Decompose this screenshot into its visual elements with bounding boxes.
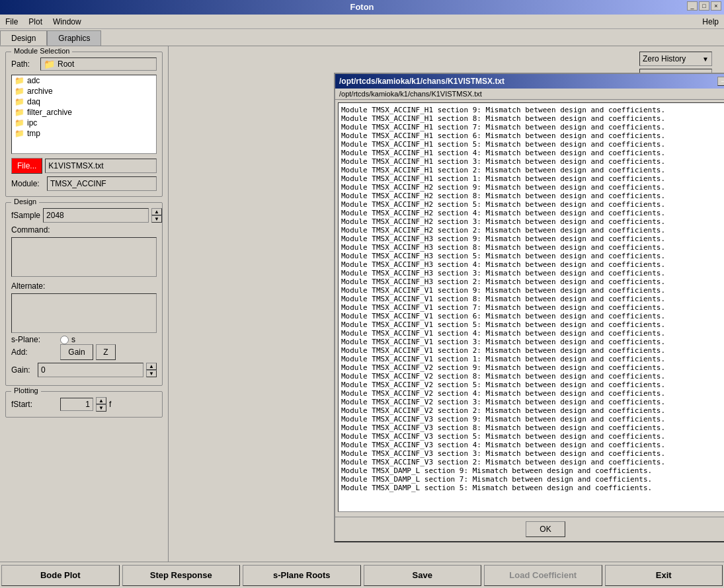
dialog-minimize[interactable]: − <box>717 77 724 86</box>
plotting-title: Plotting <box>11 386 41 394</box>
file-content-dialog: /opt/rtcds/kamioka/k1/chans/K1VISTMSX.tx… <box>334 73 724 542</box>
folder-icon-archive: 📁 <box>15 87 24 96</box>
fsample-label: fSample <box>11 211 40 220</box>
ok-button[interactable]: OK <box>526 521 565 537</box>
path-row: Path: 📁 Root <box>11 57 157 71</box>
design-group: Design fSample ▲ ▼ Command: Alternate: s… <box>5 202 163 386</box>
folder-icon: 📁 <box>44 59 55 69</box>
module-input[interactable] <box>47 176 157 191</box>
app-title: Foton <box>350 2 374 12</box>
splane-roots-button[interactable]: s-Plane Roots <box>243 565 361 586</box>
folder-icon-daq: 📁 <box>15 97 24 106</box>
right-panel: Zero History ▼ Immediately ▼ sec sec Imp… <box>169 46 724 562</box>
tab-bar: Design Graphics <box>0 29 724 46</box>
splane-radio[interactable] <box>60 336 69 344</box>
dialog-footer: OK <box>335 517 724 541</box>
menu-file[interactable]: File <box>0 16 23 28</box>
folder-icon-adc: 📁 <box>15 76 24 85</box>
splane-label: s-Plane: <box>11 335 58 344</box>
fsample-down[interactable]: ▼ <box>151 215 162 223</box>
load-coefficient-button[interactable]: Load Coefficient <box>484 565 602 586</box>
folder-list[interactable]: 📁 adc 📁 archive 📁 daq 📁 filter_archive 📁 <box>11 75 157 154</box>
list-item-tmp[interactable]: 📁 tmp <box>12 128 156 139</box>
dialog-textarea[interactable] <box>338 102 724 512</box>
dialog-title: /opt/rtcds/kamioka/k1/chans/K1VISTMSX.tx… <box>339 77 504 86</box>
dialog-controls: − □ × <box>717 77 724 86</box>
tab-design[interactable]: Design <box>0 30 47 46</box>
path-value: Root <box>58 59 74 69</box>
menu-bar: File Plot Window Help <box>0 15 724 29</box>
gain-input[interactable] <box>38 363 143 377</box>
folder-icon-tmp: 📁 <box>15 129 24 138</box>
fsample-row: fSample ▲ ▼ <box>11 208 157 223</box>
close-button[interactable]: × <box>711 1 721 11</box>
fstart-label: fStart: <box>11 400 58 409</box>
zero-history-label: Zero History <box>643 54 686 63</box>
design-title: Design <box>11 198 39 205</box>
zero-history-dropdown[interactable]: Zero History ▼ <box>639 52 712 66</box>
dialog-path: /opt/rtcds/kamioka/k1/chans/K1VISTMSX.tx… <box>335 89 724 100</box>
module-selection-title: Module Selection <box>11 47 72 55</box>
gain-button[interactable]: Gain <box>60 344 93 360</box>
command-row: Command: <box>11 225 157 235</box>
title-bar: Foton <box>0 0 724 15</box>
list-item-archive[interactable]: 📁 archive <box>12 86 156 96</box>
menu-window[interactable]: Window <box>48 16 87 28</box>
plotting-group: Plotting fStart: ▲ ▼ f <box>5 391 163 418</box>
fsample-input[interactable] <box>43 208 149 223</box>
bottom-bar: Bode Plot Step Response s-Plane Roots Sa… <box>0 562 724 588</box>
list-item-filter-archive[interactable]: 📁 filter_archive <box>12 107 156 118</box>
list-item-adc[interactable]: 📁 adc <box>12 75 156 86</box>
folder-icon-ipc: 📁 <box>15 118 24 128</box>
dialog-content <box>335 100 724 517</box>
window-controls: _ □ × <box>687 1 721 11</box>
alternate-row: Alternate: <box>11 281 157 291</box>
step-response-button[interactable]: Step Response <box>122 565 241 586</box>
zero-history-arrow: ▼ <box>702 55 709 63</box>
command-input[interactable] <box>11 237 157 277</box>
z-button[interactable]: Z <box>96 344 116 360</box>
gain-up[interactable]: ▲ <box>146 363 157 370</box>
fend-label: f <box>109 400 155 409</box>
minimize-button[interactable]: _ <box>687 1 698 11</box>
fstart-up[interactable]: ▲ <box>96 397 106 404</box>
command-label: Command: <box>11 225 58 235</box>
folder-label-archive: archive <box>27 87 53 96</box>
alternate-label: Alternate: <box>11 281 58 291</box>
folder-label-daq: daq <box>27 97 40 106</box>
exit-button[interactable]: Exit <box>605 565 723 586</box>
menu-plot[interactable]: Plot <box>23 16 48 28</box>
add-label: Add: <box>11 348 58 357</box>
left-panel: Module Selection Path: 📁 Root 📁 adc 📁 ar… <box>0 46 169 562</box>
module-row: Module: <box>11 176 157 191</box>
file-button[interactable]: File... <box>11 158 42 174</box>
folder-icon-filter-archive: 📁 <box>15 108 24 117</box>
splane-s-label: s <box>71 335 75 344</box>
splane-row: s-Plane: s <box>11 335 157 344</box>
fstart-spinner: ▲ ▼ <box>96 397 106 412</box>
module-label: Module: <box>11 179 44 188</box>
bode-plot-button[interactable]: Bode Plot <box>1 565 120 586</box>
list-item-ipc[interactable]: 📁 ipc <box>12 118 156 128</box>
dialog-title-bar: /opt/rtcds/kamioka/k1/chans/K1VISTMSX.tx… <box>335 74 724 89</box>
path-input[interactable]: 📁 Root <box>40 57 157 71</box>
alternate-input[interactable] <box>11 293 157 333</box>
gain-label: Gain: <box>11 365 35 375</box>
file-name-input[interactable] <box>45 159 157 173</box>
list-item-daq[interactable]: 📁 daq <box>12 96 156 107</box>
folder-label-ipc: ipc <box>27 118 37 128</box>
menu-help[interactable]: Help <box>697 16 724 28</box>
gain-row: Gain: ▲ ▼ <box>11 363 157 377</box>
gain-spinner: ▲ ▼ <box>146 363 157 377</box>
file-row: File... <box>11 158 157 174</box>
save-button[interactable]: Save <box>364 565 482 586</box>
fstart-row: fStart: ▲ ▼ f <box>11 397 157 412</box>
fstart-down[interactable]: ▼ <box>96 404 106 412</box>
maximize-button[interactable]: □ <box>699 1 709 11</box>
tab-graphics[interactable]: Graphics <box>47 30 101 46</box>
gain-down[interactable]: ▼ <box>146 370 157 377</box>
fsample-up[interactable]: ▲ <box>151 208 162 215</box>
path-label: Path: <box>11 59 38 69</box>
module-selection-group: Module Selection Path: 📁 Root 📁 adc 📁 ar… <box>5 52 163 197</box>
fstart-input[interactable] <box>60 398 93 411</box>
